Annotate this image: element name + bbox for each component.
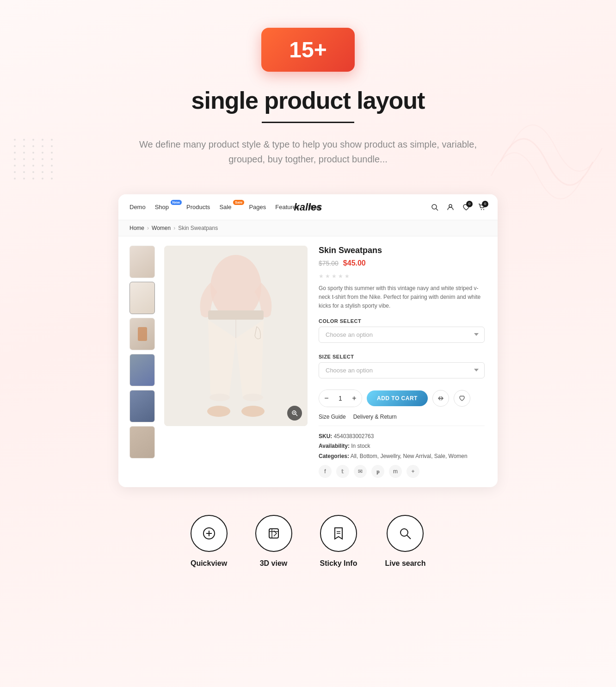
nav-link-pages[interactable]: Pages	[249, 204, 266, 210]
svg-point-0	[432, 204, 437, 209]
svg-point-6	[210, 255, 261, 320]
size-select-label: SIZE SELECT	[319, 354, 485, 359]
product-image-svg	[164, 246, 308, 426]
messenger-share-icon[interactable]: m	[389, 465, 402, 478]
features-section: Quickview 3D view Sticky Info	[0, 487, 616, 568]
nav-icon-group: 0 0	[430, 203, 487, 212]
hero-subtitle: We define many product style & type to h…	[123, 137, 493, 167]
svg-point-4	[483, 209, 484, 210]
quantity-decrease-button[interactable]: −	[319, 390, 334, 407]
nav-badge-sale: Sale	[233, 200, 244, 205]
hero-badge: 15+	[261, 28, 354, 72]
thumbnail-1[interactable]	[129, 246, 155, 278]
quickview-icon	[191, 515, 228, 552]
svg-rect-7	[208, 310, 264, 320]
color-select-label: COLOR SELECT	[319, 318, 485, 324]
product-meta-links: Size Guide Delivery & Return	[319, 414, 485, 426]
star-rating: ★ ★ ★ ★ ★	[319, 273, 485, 279]
breadcrumb-home[interactable]: Home	[129, 225, 144, 231]
wishlist-count: 0	[466, 201, 473, 207]
thumbnail-3[interactable]	[129, 318, 155, 350]
quantity-value: 1	[334, 395, 347, 402]
more-share-icon[interactable]: +	[407, 465, 419, 478]
page-wrapper: 15+ single product layout We define many…	[0, 0, 616, 687]
feature-sticky-info[interactable]: Sticky Info	[320, 515, 357, 568]
wishlist-button[interactable]	[454, 390, 470, 407]
feature-3d-view[interactable]: 3D view	[255, 515, 292, 568]
breadcrumb-current: Skin Sweatpans	[178, 225, 218, 231]
sticky-info-label: Sticky Info	[320, 559, 357, 568]
twitter-share-icon[interactable]: 𝕥	[336, 465, 349, 478]
sku-value: 4540383002763	[334, 433, 374, 439]
add-to-cart-button[interactable]: ADD TO CART	[367, 390, 428, 406]
zoom-button[interactable]	[287, 406, 302, 421]
quantity-control: − 1 +	[319, 390, 362, 407]
categories-row: Categories: All, Bottom, Jewellry, New A…	[319, 452, 485, 462]
product-info-panel: Skin Sweatpans $75.00 $45.00 ★ ★ ★ ★ ★ G…	[317, 246, 487, 478]
product-layout: -40%	[118, 236, 498, 487]
nav-badge-new: New	[171, 200, 182, 205]
breadcrumb: Home › Women › Skin Sweatpans	[118, 220, 498, 236]
main-content: Demo Shop New Products Sale Sale Pages F…	[0, 194, 616, 487]
price-row: $75.00 $45.00	[319, 259, 485, 267]
feature-quickview[interactable]: Quickview	[191, 515, 228, 568]
nav-link-shop[interactable]: Shop New	[155, 204, 177, 210]
wishlist-nav-icon[interactable]: 0	[462, 203, 471, 212]
svg-point-11	[207, 406, 230, 417]
quantity-increase-button[interactable]: +	[347, 390, 362, 407]
color-select-dropdown[interactable]: Choose an option	[319, 327, 485, 343]
svg-point-9	[209, 394, 230, 401]
live-search-label: Live search	[385, 559, 425, 568]
original-price: $75.00	[319, 260, 339, 267]
user-nav-icon[interactable]	[446, 203, 455, 212]
svg-point-10	[243, 394, 263, 401]
sku-row: SKU: 4540383002763	[319, 432, 485, 442]
cart-count: 0	[482, 201, 488, 207]
thumbnail-2[interactable]	[129, 282, 155, 314]
navigation-bar: Demo Shop New Products Sale Sale Pages F…	[118, 194, 498, 220]
sticky-info-icon	[320, 515, 357, 552]
feature-live-search[interactable]: Live search	[385, 515, 425, 568]
svg-line-24	[407, 535, 411, 539]
cart-nav-icon[interactable]: 0	[477, 203, 487, 212]
svg-point-12	[241, 406, 265, 417]
nav-links: Demo Shop New Products Sale Sale Pages F…	[129, 204, 430, 210]
product-meta-info: SKU: 4540383002763 Availability: In stoc…	[319, 432, 485, 462]
svg-line-14	[296, 414, 297, 416]
social-sharing-row: f 𝕥 ✉ 𝐩 m +	[319, 465, 485, 478]
nav-link-sale[interactable]: Sale Sale	[219, 204, 240, 210]
wave-decoration	[477, 93, 616, 231]
categories-value: All, Bottom, Jewellry, New Arrival, Sale…	[351, 453, 468, 459]
svg-point-2	[449, 204, 452, 207]
sale-price: $45.00	[343, 259, 366, 267]
product-title: Skin Sweatpans	[319, 246, 485, 255]
compare-button[interactable]	[432, 390, 449, 407]
thumbnail-6[interactable]	[129, 426, 155, 458]
pinterest-share-icon[interactable]: 𝐩	[371, 465, 384, 478]
quickview-label: Quickview	[191, 559, 227, 568]
thumbnail-5[interactable]	[129, 390, 155, 422]
facebook-share-icon[interactable]: f	[319, 465, 332, 478]
svg-point-3	[481, 209, 482, 210]
nav-link-products[interactable]: Products	[186, 204, 210, 210]
availability-row: Availability: In stock	[319, 441, 485, 452]
live-search-icon	[387, 515, 424, 552]
size-select-dropdown[interactable]: Choose an option	[319, 362, 485, 378]
decorative-dots-left	[14, 139, 55, 179]
size-guide-link[interactable]: Size Guide	[319, 414, 346, 420]
thumbnail-4[interactable]	[129, 354, 155, 386]
nav-link-demo[interactable]: Demo	[129, 204, 146, 210]
svg-line-1	[436, 209, 438, 210]
3d-view-icon	[255, 515, 292, 552]
breadcrumb-women[interactable]: Women	[152, 225, 171, 231]
delivery-return-link[interactable]: Delivery & Return	[353, 414, 397, 420]
color-select-wrapper: Choose an option	[319, 327, 485, 348]
product-thumbnails	[129, 246, 155, 478]
hero-underline	[262, 122, 354, 123]
search-nav-icon[interactable]	[430, 203, 439, 212]
product-demo-card: Demo Shop New Products Sale Sale Pages F…	[118, 194, 498, 487]
site-logo: kalles	[294, 201, 322, 213]
email-share-icon[interactable]: ✉	[354, 465, 367, 478]
product-main-image: -40%	[164, 246, 308, 426]
availability-value: In stock	[351, 443, 370, 449]
